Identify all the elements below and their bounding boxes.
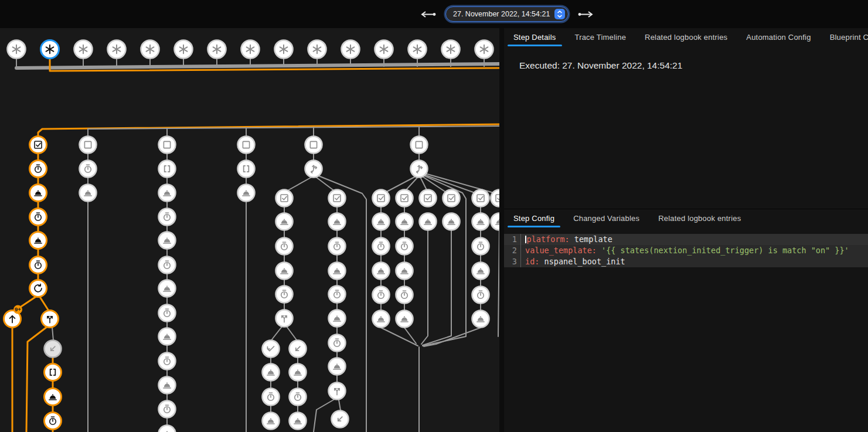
wait-timer-node[interactable] bbox=[276, 238, 293, 255]
state-box-node[interactable] bbox=[238, 137, 255, 154]
arrow-up-node[interactable]: 9+ bbox=[4, 305, 23, 328]
trigger-asterisk-node[interactable] bbox=[175, 40, 193, 59]
trigger-asterisk-node[interactable] bbox=[74, 40, 93, 59]
service-call-node[interactable] bbox=[329, 213, 346, 230]
condition-checked-node[interactable] bbox=[396, 190, 413, 207]
wait-timer-node[interactable] bbox=[290, 389, 307, 406]
service-call-node[interactable] bbox=[30, 232, 47, 249]
wait-timer-node[interactable] bbox=[373, 238, 390, 255]
wait-timer-node[interactable] bbox=[30, 257, 47, 274]
trigger-asterisk-node[interactable] bbox=[342, 40, 360, 59]
service-call-node[interactable] bbox=[276, 263, 293, 280]
service-call-node[interactable] bbox=[373, 213, 390, 230]
state-box-node[interactable] bbox=[159, 137, 176, 154]
service-call-node[interactable] bbox=[80, 185, 97, 202]
service-call-node[interactable] bbox=[373, 263, 390, 280]
tab-step-details[interactable]: Step Details bbox=[504, 28, 566, 46]
trigger-asterisk-node[interactable] bbox=[442, 40, 460, 59]
service-call-node[interactable] bbox=[472, 311, 489, 328]
trigger-asterisk-node[interactable] bbox=[241, 40, 260, 59]
wait-timer-node[interactable] bbox=[329, 335, 346, 352]
condition-checked-node[interactable] bbox=[443, 190, 460, 207]
service-call-node[interactable] bbox=[159, 328, 176, 345]
arrow-bottom-left-node[interactable] bbox=[332, 411, 349, 428]
run-select[interactable]: 27. November 2022, 14:54:21 bbox=[445, 6, 569, 22]
trigger-asterisk-node[interactable] bbox=[409, 40, 427, 59]
service-call-node[interactable] bbox=[396, 263, 413, 280]
sequence-brackets-node[interactable] bbox=[159, 161, 176, 178]
tab-step-config[interactable]: Step Config bbox=[504, 209, 564, 227]
wait-timer-node[interactable] bbox=[30, 161, 47, 178]
service-call-node[interactable] bbox=[159, 426, 176, 432]
sequence-brackets-node[interactable] bbox=[45, 364, 62, 381]
service-call-node[interactable] bbox=[329, 263, 346, 280]
trigger-asterisk-node[interactable] bbox=[208, 40, 226, 59]
wait-timer-node[interactable] bbox=[396, 238, 413, 255]
tab-blueprint-config[interactable]: Blueprint Config bbox=[821, 28, 868, 46]
wait-timer-node[interactable] bbox=[263, 389, 280, 406]
next-run-button[interactable] bbox=[576, 9, 597, 20]
tab-related-logbook-entries[interactable]: Related logbook entries bbox=[635, 28, 737, 46]
service-call-node[interactable] bbox=[30, 185, 47, 202]
trigger-asterisk-node[interactable] bbox=[8, 40, 26, 59]
condition-checked-node[interactable] bbox=[329, 190, 346, 207]
wait-timer-node[interactable] bbox=[30, 209, 47, 226]
trigger-asterisk-node[interactable] bbox=[375, 40, 393, 59]
state-box-node[interactable] bbox=[411, 137, 428, 154]
branch-split-node[interactable] bbox=[329, 383, 346, 400]
service-call-node[interactable] bbox=[290, 364, 307, 381]
condition-checked-node[interactable] bbox=[373, 190, 390, 207]
service-call-node[interactable] bbox=[263, 413, 280, 430]
state-box-node[interactable] bbox=[305, 137, 322, 154]
branch-split-node[interactable] bbox=[42, 311, 59, 328]
service-call-node[interactable] bbox=[45, 389, 62, 406]
wait-timer-node[interactable] bbox=[159, 209, 176, 226]
branch-split-node[interactable] bbox=[276, 310, 293, 327]
service-call-node[interactable] bbox=[159, 185, 176, 202]
state-box-node[interactable] bbox=[80, 137, 97, 154]
wait-timer-node[interactable] bbox=[276, 286, 293, 303]
service-call-node[interactable] bbox=[276, 213, 293, 230]
service-call-node[interactable] bbox=[472, 263, 489, 280]
service-call-node[interactable] bbox=[373, 311, 390, 328]
trigger-asterisk-node[interactable] bbox=[275, 40, 293, 59]
wait-timer-node[interactable] bbox=[396, 287, 413, 304]
wait-timer-node[interactable] bbox=[472, 238, 489, 255]
previous-run-button[interactable] bbox=[417, 9, 438, 20]
trigger-asterisk-node[interactable] bbox=[108, 40, 126, 59]
condition-checked-node[interactable] bbox=[472, 190, 489, 207]
service-call-node[interactable] bbox=[396, 213, 413, 230]
arrow-bottom-left-node[interactable] bbox=[45, 341, 62, 358]
service-call-node[interactable] bbox=[159, 280, 176, 297]
wait-timer-node[interactable] bbox=[472, 287, 489, 304]
service-call-node[interactable] bbox=[290, 413, 307, 430]
service-call-node[interactable] bbox=[443, 213, 460, 230]
wait-timer-node[interactable] bbox=[80, 161, 97, 178]
trigger-asterisk-node[interactable] bbox=[41, 40, 59, 59]
trigger-asterisk-node[interactable] bbox=[141, 40, 159, 59]
wait-timer-node[interactable] bbox=[159, 257, 176, 274]
trigger-asterisk-node[interactable] bbox=[475, 40, 493, 59]
service-call-node[interactable] bbox=[159, 232, 176, 249]
choose-directions-node[interactable] bbox=[411, 161, 428, 178]
service-call-node[interactable] bbox=[238, 185, 255, 202]
check-arrow-node[interactable] bbox=[263, 341, 280, 358]
wait-timer-node[interactable] bbox=[373, 287, 390, 304]
condition-checked-node[interactable] bbox=[30, 137, 47, 154]
wait-timer-node[interactable] bbox=[159, 401, 176, 418]
wait-timer-node[interactable] bbox=[159, 353, 176, 370]
service-call-node[interactable] bbox=[420, 213, 437, 230]
condition-checked-node[interactable] bbox=[420, 190, 437, 207]
sequence-brackets-node[interactable] bbox=[238, 161, 255, 178]
service-call-node[interactable] bbox=[263, 364, 280, 381]
tab-related-logbook-entries[interactable]: Related logbook entries bbox=[649, 209, 750, 227]
choose-directions-node[interactable] bbox=[305, 161, 322, 178]
wait-timer-node[interactable] bbox=[45, 413, 62, 430]
service-call-node[interactable] bbox=[159, 377, 176, 394]
repeat-node[interactable] bbox=[30, 280, 47, 297]
wait-timer-node[interactable] bbox=[329, 286, 346, 303]
condition-checked-node[interactable] bbox=[276, 190, 293, 207]
trigger-asterisk-node[interactable] bbox=[308, 40, 326, 59]
tab-automation-config[interactable]: Automation Config bbox=[737, 28, 820, 46]
service-call-node[interactable] bbox=[329, 310, 346, 327]
